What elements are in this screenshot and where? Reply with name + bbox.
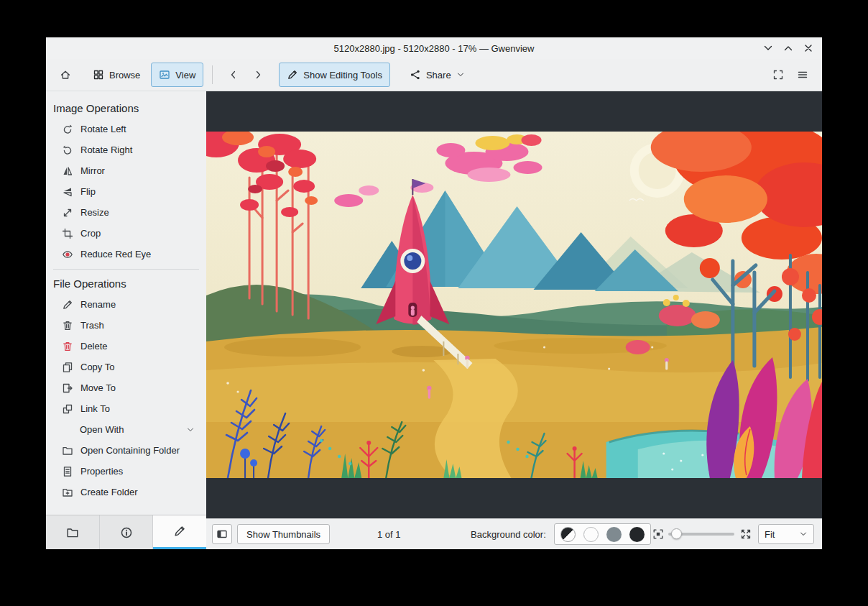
- toolbar: Browse View Show Editing Tools Share: [46, 59, 822, 91]
- thumbnail-bar-toggle-icon: [216, 528, 228, 540]
- tab-information[interactable]: [100, 515, 154, 549]
- view-button[interactable]: View: [151, 63, 203, 87]
- flip-icon: [62, 186, 73, 198]
- zoom-fit-icon[interactable]: [652, 528, 664, 540]
- chevron-down-icon: [186, 426, 195, 434]
- pencil-icon: [62, 299, 73, 311]
- sidebar-item-open-containing-folder[interactable]: Open Containing Folder: [46, 440, 206, 461]
- sidebar-separator: [53, 269, 199, 270]
- chevron-down-icon: [799, 530, 808, 538]
- fit-view-button[interactable]: [766, 63, 790, 86]
- window-title: 5120x2880.jpg - 5120x2880 - 17% — Gwenvi…: [334, 43, 535, 54]
- properties-icon: [62, 466, 73, 477]
- move-icon: [62, 382, 73, 394]
- rotate-right-icon: [62, 144, 73, 156]
- show-editing-tools-button[interactable]: Show Editing Tools: [279, 63, 390, 87]
- sidebar-item-create-folder[interactable]: Create Folder: [46, 482, 206, 502]
- bg-swatch-auto[interactable]: [560, 527, 576, 542]
- resize-icon: [62, 207, 73, 219]
- tab-folders[interactable]: [46, 515, 100, 549]
- sidebar-item-properties[interactable]: Properties: [46, 461, 206, 482]
- viewed-image[interactable]: [206, 132, 822, 478]
- folder-icon: [66, 526, 79, 539]
- statusbar: Show Thumbnails 1 of 1 Background color:…: [206, 518, 822, 549]
- copy-icon: [62, 362, 73, 373]
- browse-button[interactable]: Browse: [85, 63, 148, 87]
- thumbnail-bar-toggle-button[interactable]: [212, 524, 232, 544]
- back-chevron-icon: [228, 69, 239, 81]
- sidebar-item-mirror[interactable]: Mirror: [46, 160, 206, 181]
- file-operations-heading: File Operations: [46, 274, 206, 294]
- home-button[interactable]: [53, 63, 78, 86]
- new-folder-icon: [62, 487, 73, 498]
- red-eye-icon: [62, 249, 73, 260]
- minimize-button[interactable]: [762, 42, 775, 55]
- image-view[interactable]: [206, 91, 822, 518]
- sidebar-tabs: [46, 515, 206, 549]
- share-icon: [410, 69, 421, 81]
- share-button[interactable]: Share: [402, 63, 473, 87]
- tab-operations[interactable]: [153, 515, 206, 549]
- chevron-down-icon: [456, 70, 465, 79]
- sidebar-item-rename[interactable]: Rename: [46, 294, 206, 315]
- link-icon: [62, 403, 73, 415]
- folder-icon: [62, 445, 73, 456]
- background-color-label: Background color:: [471, 529, 546, 540]
- rotate-left-icon: [62, 124, 73, 135]
- sidebar-item-resize[interactable]: Resize: [46, 202, 206, 223]
- pencil-icon: [173, 525, 186, 538]
- forward-chevron-icon: [252, 69, 264, 81]
- sidebar-item-open-with[interactable]: Open With: [46, 419, 206, 440]
- sidebar-item-reduce-red-eye[interactable]: Reduce Red Eye: [46, 244, 206, 265]
- sidebar-item-move-to[interactable]: Move To: [46, 377, 206, 398]
- titlebar[interactable]: 5120x2880.jpg - 5120x2880 - 17% — Gwenvi…: [46, 37, 822, 59]
- crop-icon: [62, 228, 73, 239]
- sidebar-item-flip[interactable]: Flip: [46, 181, 206, 202]
- fit-view-icon: [772, 69, 784, 81]
- page-indicator: 1 of 1: [377, 529, 401, 540]
- sidebar-item-trash[interactable]: Trash: [46, 315, 206, 336]
- bg-swatch-white[interactable]: [583, 527, 599, 542]
- mirror-icon: [62, 165, 73, 177]
- info-icon: [120, 526, 133, 539]
- gwenview-window: 5120x2880.jpg - 5120x2880 - 17% — Gwenvi…: [46, 37, 822, 549]
- close-button[interactable]: [802, 42, 815, 55]
- trash-icon: [62, 320, 73, 331]
- toolbar-separator: [212, 65, 213, 84]
- sidebar-item-delete[interactable]: Delete: [46, 336, 206, 357]
- zoom-mode-dropdown[interactable]: Fit: [758, 524, 814, 544]
- zoom-slider-handle[interactable]: [671, 528, 682, 539]
- sidebar-item-copy-to[interactable]: Copy To: [46, 357, 206, 377]
- hamburger-menu-icon: [797, 69, 808, 81]
- zoom-slider[interactable]: [668, 528, 734, 540]
- bg-swatch-gray[interactable]: [606, 527, 622, 542]
- sidebar-item-crop[interactable]: Crop: [46, 223, 206, 244]
- background-color-swatches: [554, 523, 651, 545]
- hamburger-menu-button[interactable]: [790, 63, 815, 86]
- zoom-actual-icon[interactable]: [740, 528, 752, 540]
- browse-grid-icon: [93, 69, 104, 81]
- sidebar-item-rotate-left[interactable]: Rotate Left: [46, 119, 206, 139]
- show-thumbnails-button[interactable]: Show Thumbnails: [237, 524, 330, 544]
- bg-swatch-black[interactable]: [629, 527, 645, 542]
- image-operations-heading: Image Operations: [46, 98, 206, 119]
- maximize-button[interactable]: [782, 42, 795, 55]
- view-image-icon: [159, 69, 170, 81]
- pencil-icon: [287, 69, 298, 81]
- forward-button[interactable]: [246, 63, 270, 86]
- window-controls: [762, 37, 815, 59]
- sidebar-operations-panel: Image Operations Rotate Left Rotate Righ…: [46, 91, 206, 515]
- sidebar-item-rotate-right[interactable]: Rotate Right: [46, 139, 206, 160]
- sidebar-item-link-to[interactable]: Link To: [46, 398, 206, 419]
- home-icon: [60, 69, 71, 81]
- back-button[interactable]: [221, 63, 246, 86]
- delete-icon: [62, 341, 73, 352]
- viewed-image-artwork: [206, 132, 822, 478]
- sidebar: Image Operations Rotate Left Rotate Righ…: [46, 91, 206, 549]
